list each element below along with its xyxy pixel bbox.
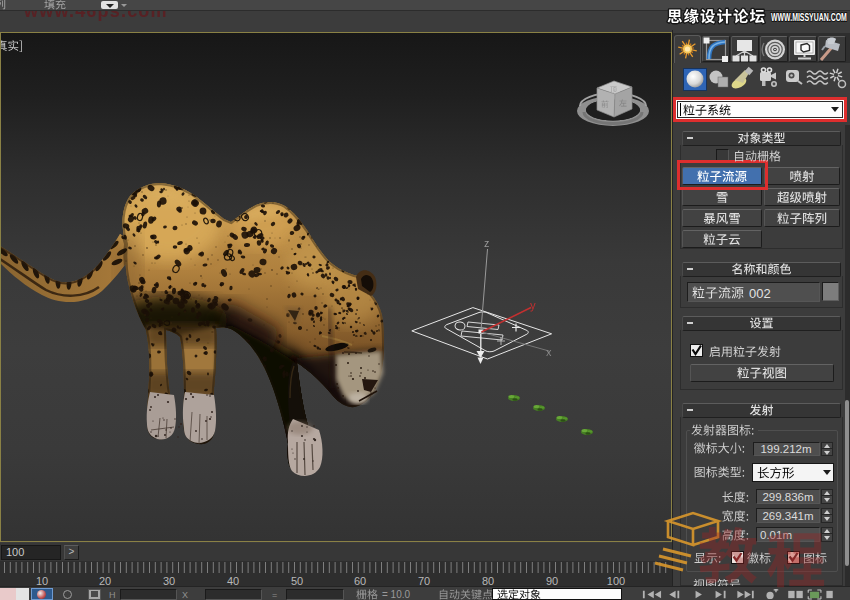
svg-text:WWW.MISSYUAN.COM: WWW.MISSYUAN.COM	[771, 11, 847, 23]
